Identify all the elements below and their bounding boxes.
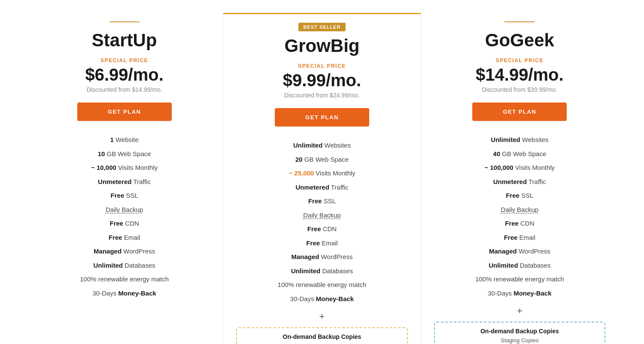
feature-highlight: Free [504,234,518,241]
plan-card-growbig: BEST SELLERGrowBigSPECIAL PRICE$9.99/mo.… [223,13,421,344]
plus-separator: + [319,311,325,322]
feature-text: SSL [322,197,336,205]
special-price-label-gogeek: SPECIAL PRICE [496,57,544,63]
feature-item: Free CDN [434,217,605,231]
feature-item: Managed WordPress [236,250,407,264]
feature-item: Unlimited Databases [39,259,210,273]
plan-name-growbig: GrowBig [284,36,359,56]
feature-item: 30-Days Money-Back [434,287,605,301]
feature-item: Daily Backup [434,203,605,217]
extra-title: On-demand Backup Copies [244,333,400,340]
discounted-from-gogeek: Discounted from $39.99/mo. [482,86,557,93]
feature-item: 30-Days Money-Back [236,292,407,306]
feature-highlight: ~ 10,000 [91,164,116,171]
feature-highlight: Managed [291,253,319,260]
special-price-label-startup: SPECIAL PRICE [100,57,148,63]
feature-highlight: 20 [295,156,303,163]
feature-highlight: Unmetered [493,178,527,185]
price-startup: $6.99/mo. [85,65,164,84]
feature-text: Daily Backup [501,206,539,213]
plan-name-startup: StartUp [92,30,157,51]
feature-item: Free SSL [434,189,605,203]
feature-item: Free SSL [236,194,407,208]
feature-item: Free Email [39,231,210,245]
feature-highlight: Unmetered [98,178,131,185]
feature-text: 30-Days [92,290,118,297]
feature-item: 100% renewable energy match [39,272,210,287]
plan-name-gogeek: GoGeek [485,30,554,51]
feature-text: GB Web Space [105,150,151,157]
feature-highlight: Money-Back [316,295,354,302]
feature-highlight: Free [109,220,123,227]
feature-text: GB Web Space [303,156,349,163]
feature-item: Unmetered Traffic [434,175,605,189]
get-plan-button-gogeek[interactable]: GET PLAN [472,103,567,121]
discounted-from-growbig: Discounted from $24.99/mo. [284,92,360,99]
plus-separator: + [517,305,522,317]
feature-text: Visits Monthly [314,169,355,177]
feature-text: Traffic [131,178,151,185]
feature-text: WordPress [319,253,352,260]
feature-item: Free CDN [39,217,210,231]
feature-item: ~ 10,000 Visits Monthly [39,161,210,175]
get-plan-button-startup[interactable]: GET PLAN [77,103,172,121]
feature-highlight: Unlimited [489,262,518,269]
feature-text: Databases [518,262,551,269]
feature-highlight: Free [505,220,519,227]
feature-text: SSL [519,192,534,199]
get-plan-button-growbig[interactable]: GET PLAN [275,108,369,127]
feature-item: Free CDN [236,222,407,236]
feature-highlight: ~ 100,000 [485,164,513,171]
feature-highlight: Free [307,225,321,232]
feature-text: SSL [124,192,138,199]
feature-text: Traffic [527,178,546,185]
feature-item: 100% renewable energy match [236,278,407,292]
feature-highlight: Unlimited [293,142,322,149]
feature-item: Unlimited Websites [434,133,605,147]
feature-item: Unmetered Traffic [39,175,210,189]
feature-text: 30-Days [488,290,513,297]
price-gogeek: $14.99/mo. [476,65,564,84]
feature-highlight: 1 [110,136,113,143]
feature-item: Free Email [236,236,407,250]
feature-text: CDN [123,220,139,227]
feature-highlight: Money-Back [513,290,551,297]
feature-highlight: Unmetered [295,184,329,191]
extra-title: On-demand Backup Copies [442,328,598,335]
feature-item: Free SSL [39,189,210,203]
plan-card-gogeek: GoGeekSPECIAL PRICE$14.99/mo.Discounted … [421,13,618,344]
feature-text: 100% renewable energy match [278,281,367,288]
feature-text: 100% renewable energy match [475,275,564,283]
features-list-gogeek: Unlimited Websites40 GB Web Space~ 100,0… [434,133,605,300]
top-line [109,21,140,22]
feature-text: Visits Monthly [513,164,555,171]
feature-text: Websites [520,136,549,143]
feature-text: WordPress [122,247,155,255]
feature-highlight: Unlimited [291,267,320,275]
feature-text: Daily Backup [303,211,341,219]
feature-highlight: Free [306,239,320,247]
feature-highlight: Unlimited [94,262,123,269]
feature-text: Daily Backup [106,206,143,213]
features-list-startup: 1 Website10 GB Web Space~ 10,000 Visits … [39,133,210,300]
feature-text: Databases [320,267,353,275]
extra-subtitle: Staging Copies [501,337,538,344]
feature-highlight: Money-Back [118,290,156,297]
feature-item: 40 GB Web Space [434,147,605,161]
feature-text: 100% renewable energy match [80,275,169,283]
feature-text: 30-Days [290,295,316,302]
feature-text: Email [517,234,535,241]
feature-highlight: Managed [489,247,517,255]
feature-item: Unlimited Websites [236,139,407,153]
feature-text: Email [122,234,140,241]
feature-text: Visits Monthly [116,164,158,171]
feature-text: GB Web Space [500,150,546,157]
feature-item: Unlimited Databases [434,259,605,273]
feature-item: Free Email [434,231,605,245]
plan-card-startup: StartUpSPECIAL PRICE$6.99/mo.Discounted … [26,13,223,344]
feature-text: Websites [322,142,351,149]
feature-highlight: Free [109,234,122,241]
discounted-from-startup: Discounted from $14.99/mo. [87,86,162,93]
feature-highlight: Unlimited [491,136,520,143]
feature-item: Managed WordPress [434,244,605,259]
